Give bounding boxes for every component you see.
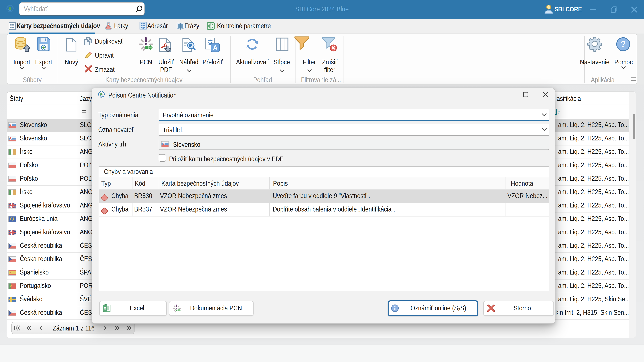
svg-text:c: c [558,109,560,114]
svg-text:A: A [213,44,218,51]
svg-text:?: ? [620,39,626,49]
svg-text:X: X [104,306,106,311]
